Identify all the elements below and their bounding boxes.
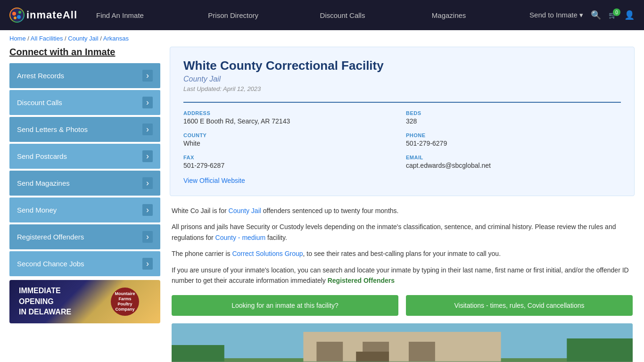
sidebar-item-label: Send Postcards [17, 152, 67, 160]
county-value: White [183, 140, 398, 147]
phone-value: 501-279-6279 [406, 140, 621, 147]
magazines-link[interactable]: Magazines [432, 11, 529, 19]
cart-button[interactable]: 🛒 0 [609, 11, 617, 19]
desc-para-1: White Co Jail is for County Jail offende… [172, 206, 633, 216]
svg-point-0 [10, 8, 24, 22]
county-block: COUNTY White [183, 132, 398, 147]
discount-calls-link[interactable]: Discount Calls [320, 11, 418, 19]
prison-directory-link[interactable]: Prison Directory [208, 11, 305, 19]
sidebar: Connect with an Inmate Arrest Records › … [9, 47, 160, 362]
email-block: EMAIL capt.edwards@sbcglobal.net [406, 155, 621, 169]
address-label: ADDRESS [183, 110, 398, 116]
cart-count: 0 [613, 8, 620, 16]
logo-text: inmateAll [26, 9, 77, 21]
ad-line2: IN DELAWARE [19, 307, 90, 317]
facility-name: White County Correctional Facility [183, 58, 621, 73]
chevron-right-icon: › [142, 123, 153, 135]
logo[interactable]: inmateAll [9, 8, 77, 23]
fax-block: FAX 501-279-6287 [183, 155, 398, 169]
chevron-right-icon: › [142, 204, 153, 216]
facility-updated: Last Updated: April 12, 2023 [183, 85, 621, 92]
address-value: 1600 E Booth Rd, Searcy, AR 72143 [183, 117, 398, 125]
address-block: ADDRESS 1600 E Booth Rd, Searcy, AR 7214… [183, 110, 398, 125]
chevron-right-icon: › [142, 231, 153, 243]
sidebar-send-magazines[interactable]: Send Magazines › [9, 171, 160, 196]
sidebar-item-label: Second Chance Jobs [17, 260, 84, 268]
ad-logo: Mountaire Farms Poultry Company [111, 288, 139, 316]
facility-card: White County Correctional Facility Count… [170, 47, 635, 196]
county-medium-link[interactable]: County - medium [215, 234, 266, 241]
action-buttons: Looking for an inmate at this facility? … [172, 295, 633, 316]
navbar: inmateAll Find An Inmate Prison Director… [0, 0, 644, 30]
facility-type: County Jail [183, 75, 621, 83]
svg-rect-8 [567, 338, 633, 362]
email-value: capt.edwards@sbcglobal.net [406, 162, 621, 169]
chevron-right-icon: › [142, 70, 153, 82]
svg-point-2 [18, 11, 21, 14]
beds-value: 328 [406, 117, 621, 125]
visitations-button[interactable]: Visitations - times, rules, Covid cancel… [406, 295, 633, 316]
nav-links: Find An Inmate Prison Directory Discount… [96, 11, 529, 19]
ad-line1: IMMEDIATE OPENING [19, 286, 90, 307]
nav-right: Send to Inmate ▾ 🔍 🛒 0 👤 [529, 10, 635, 20]
chevron-right-icon: › [142, 177, 153, 189]
logo-icon [9, 8, 25, 23]
main-content: White County Correctional Facility Count… [170, 47, 635, 362]
sidebar-arrest-records[interactable]: Arrest Records › [9, 63, 160, 88]
sidebar-second-chance-jobs[interactable]: Second Chance Jobs › [9, 251, 160, 276]
send-to-inmate-link[interactable]: Send to Inmate ▾ [529, 11, 583, 19]
breadcrumb-all-facilities[interactable]: All Facilities [31, 35, 63, 42]
ad-logo-area: Mountaire Farms Poultry Company [90, 288, 160, 316]
chevron-right-icon: › [142, 258, 153, 270]
svg-point-4 [14, 16, 17, 19]
fax-value: 501-279-6287 [183, 162, 398, 169]
svg-rect-12 [409, 342, 435, 362]
sidebar-send-postcards[interactable]: Send Postcards › [9, 144, 160, 169]
main-container: Connect with an Inmate Arrest Records › … [0, 47, 644, 362]
user-icon[interactable]: 👤 [624, 10, 635, 20]
sidebar-registered-offenders[interactable]: Registered Offenders › [9, 224, 160, 249]
sidebar-item-label: Arrest Records [17, 72, 64, 80]
county-jail-link-1[interactable]: County Jail [229, 207, 261, 214]
info-grid: ADDRESS 1600 E Booth Rd, Searcy, AR 7214… [183, 102, 621, 169]
phone-block: PHONE 501-279-6279 [406, 132, 621, 147]
find-inmate-link[interactable]: Find An Inmate [96, 11, 194, 19]
sidebar-send-money[interactable]: Send Money › [9, 197, 160, 222]
chevron-right-icon: › [142, 150, 153, 162]
svg-rect-7 [172, 345, 224, 362]
registered-offenders-link[interactable]: Registered Offenders [328, 277, 395, 284]
chevron-right-icon: › [142, 97, 153, 108]
official-website-link[interactable]: View Official Website [183, 177, 245, 184]
breadcrumb-home[interactable]: Home [9, 35, 26, 42]
sidebar-item-label: Send Money [17, 206, 57, 214]
breadcrumb-state[interactable]: Arkansas [103, 35, 129, 42]
correct-solutions-link[interactable]: Correct Solutions Group [232, 250, 303, 257]
sidebar-send-letters[interactable]: Send Letters & Photos › [9, 117, 160, 142]
ad-text: IMMEDIATE OPENING IN DELAWARE [9, 286, 90, 317]
facility-image [172, 323, 633, 362]
breadcrumb: Home / All Facilities / County Jail / Ar… [0, 30, 644, 47]
sidebar-discount-calls[interactable]: Discount Calls › [9, 90, 160, 115]
fax-label: FAX [183, 155, 398, 160]
desc-para-4: If you are unsure of your inmate's locat… [172, 265, 633, 286]
search-icon[interactable]: 🔍 [591, 10, 601, 20]
sidebar-item-label: Registered Offenders [17, 233, 84, 241]
beds-label: BEDS [406, 110, 621, 116]
description-section: White Co Jail is for County Jail offende… [170, 206, 635, 362]
beds-block: BEDS 328 [406, 110, 621, 125]
svg-point-3 [17, 15, 21, 19]
find-inmate-button[interactable]: Looking for an inmate at this facility? [172, 295, 398, 316]
sidebar-title: Connect with an Inmate [9, 47, 160, 58]
svg-point-1 [12, 12, 16, 16]
breadcrumb-county-jail[interactable]: County Jail [68, 35, 98, 42]
svg-rect-13 [356, 352, 389, 362]
sidebar-item-label: Send Magazines [17, 179, 70, 187]
sidebar-item-label: Send Letters & Photos [17, 125, 88, 133]
desc-para-3: The phone carrier is Correct Solutions G… [172, 248, 633, 259]
ad-banner[interactable]: IMMEDIATE OPENING IN DELAWARE Mountaire … [9, 280, 160, 323]
sidebar-item-label: Discount Calls [17, 99, 62, 107]
email-label: EMAIL [406, 155, 621, 160]
svg-rect-10 [316, 342, 343, 362]
phone-label: PHONE [406, 132, 621, 138]
desc-para-2: All prisons and jails have Security or C… [172, 222, 633, 243]
